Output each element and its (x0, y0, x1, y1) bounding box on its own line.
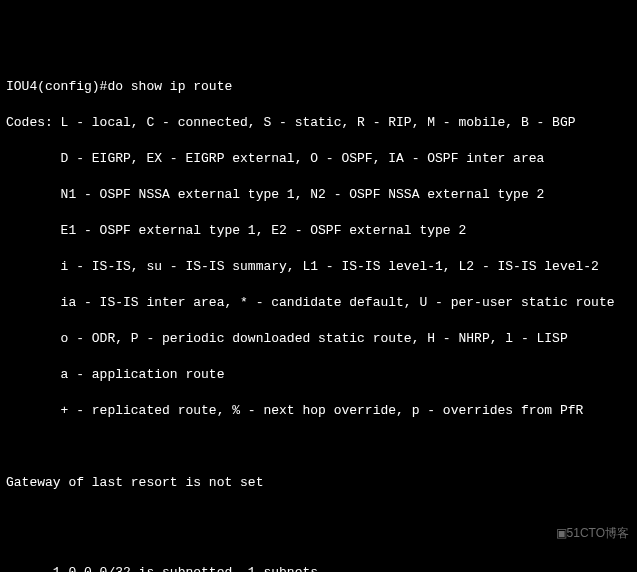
watermark-icon: ▣ (556, 526, 567, 540)
codes-0: Codes: L - local, C - connected, S - sta… (6, 114, 631, 132)
codes-2: N1 - OSPF NSSA external type 1, N2 - OSP… (6, 186, 631, 204)
codes-6: o - ODR, P - periodic downloaded static … (6, 330, 631, 348)
route-line: 1.0.0.0/32 is subnetted, 1 subnets (6, 564, 631, 572)
codes-5: ia - IS-IS inter area, * - candidate def… (6, 294, 631, 312)
blank-1 (6, 438, 631, 456)
codes-3: E1 - OSPF external type 1, E2 - OSPF ext… (6, 222, 631, 240)
codes-8: + - replicated route, % - next hop overr… (6, 402, 631, 420)
watermark-text: 51CTO博客 (567, 526, 629, 540)
codes-7: a - application route (6, 366, 631, 384)
cmd-prompt: IOU4(config)#do show ip route (6, 78, 631, 96)
gateway-line: Gateway of last resort is not set (6, 474, 631, 492)
codes-1: D - EIGRP, EX - EIGRP external, O - OSPF… (6, 150, 631, 168)
codes-4: i - IS-IS, su - IS-IS summary, L1 - IS-I… (6, 258, 631, 276)
blank-2 (6, 510, 631, 528)
watermark: ▣51CTO博客 (556, 524, 629, 542)
